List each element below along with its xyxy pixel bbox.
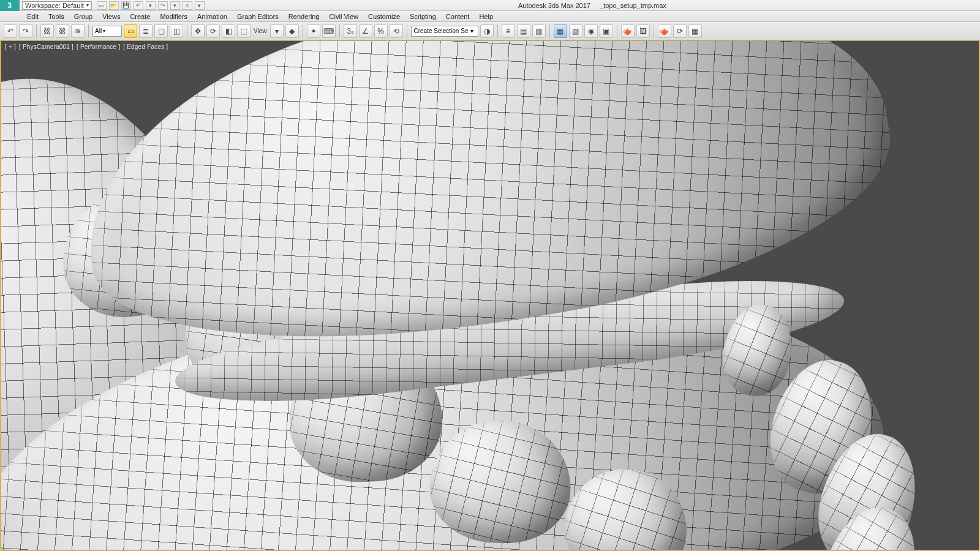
render-online-button[interactable]: ▦ (688, 24, 702, 38)
menu-scripting[interactable]: Scripting (405, 11, 441, 21)
link-button[interactable]: ⛓ (40, 24, 54, 38)
quick-access-toolbar: ▭ 📂 💾 ↶ ▾ ↷ ▾ ⎋ ▾ (97, 1, 205, 10)
separator (654, 24, 654, 38)
reference-coord-label: View (252, 28, 268, 34)
render-setup-button[interactable]: ▣ (600, 24, 613, 38)
angle-snap-button[interactable]: ∠ (359, 24, 372, 38)
render-production-button[interactable]: 🖼 (636, 24, 650, 38)
mirror-button[interactable]: ◑ (480, 24, 494, 38)
redo-button[interactable]: ↷ (19, 24, 32, 38)
layers-button[interactable]: ▤ (517, 24, 530, 38)
bind-spacewarp-button[interactable]: ≋ (71, 24, 85, 38)
separator (497, 24, 498, 38)
separator (339, 24, 340, 38)
align-button[interactable]: ≡ (502, 24, 515, 38)
menu-create[interactable]: Create (125, 11, 155, 21)
menu-group[interactable]: Group (69, 11, 98, 21)
redo-dropdown-icon[interactable]: ▾ (170, 1, 180, 10)
menu-modifiers[interactable]: Modifiers (155, 11, 192, 21)
window-crossing-button[interactable]: ◫ (170, 24, 183, 38)
menu-civil-view[interactable]: Civil View (325, 11, 363, 21)
pivot-button[interactable]: ◆ (285, 24, 299, 38)
viewport[interactable]: [ + ] [ PhysCamera001 ] [ Performance ] … (0, 40, 980, 551)
percent-snap-button[interactable]: % (374, 24, 388, 38)
spinner-snap-button[interactable]: ⟲ (390, 24, 403, 38)
workspace-selector[interactable]: Workspace: Default ▾ (22, 1, 92, 10)
title-bar: 3 Workspace: Default ▾ ▭ 📂 💾 ↶ ▾ ↷ ▾ ⎋ ▾… (0, 0, 980, 11)
menu-graph-editors[interactable]: Graph Editors (232, 11, 284, 21)
separator (187, 24, 187, 38)
undo-dropdown-icon[interactable]: ▾ (146, 1, 156, 10)
selection-filter[interactable]: All ▾ (92, 26, 122, 37)
menu-views[interactable]: Views (97, 11, 125, 21)
select-object-button[interactable]: ▭ (124, 24, 137, 38)
selection-set-value: Create Selection Se (414, 28, 469, 34)
undo-icon[interactable]: ↶ (134, 1, 143, 10)
save-icon[interactable]: 💾 (121, 1, 131, 10)
select-by-name-button[interactable]: ≣ (139, 24, 153, 38)
placement-button[interactable]: ⬚ (237, 24, 251, 38)
chevron-down-icon: ▾ (86, 2, 89, 8)
separator (88, 24, 89, 38)
separator (407, 24, 407, 38)
separator (303, 24, 303, 38)
separator (36, 24, 37, 38)
chevron-down-icon: ▾ (103, 28, 105, 34)
separator (549, 24, 550, 38)
scale-button[interactable]: ◧ (222, 24, 235, 38)
rotate-button[interactable]: ⟳ (206, 24, 220, 38)
app-name: Autodesk 3ds Max 2017 (518, 2, 590, 9)
keyboard-shortcut-button[interactable]: ⌨ (322, 24, 336, 38)
material-editor-button[interactable]: ◉ (584, 24, 598, 38)
menu-rendering[interactable]: Rendering (284, 11, 325, 21)
coord-dropdown-button[interactable]: ▾ (270, 24, 284, 38)
window-title: Autodesk 3ds Max 2017 _topo_setup_tmp.ma… (205, 2, 980, 9)
unlink-button[interactable]: ⛓̸ (56, 24, 69, 38)
menu-animation[interactable]: Animation (192, 11, 232, 21)
undo-button[interactable]: ↶ (4, 24, 17, 38)
toggle-ribbon-button[interactable]: ▦ (554, 24, 567, 38)
schematic-view-button[interactable]: ▧ (569, 24, 582, 38)
redo-icon[interactable]: ↷ (158, 1, 168, 10)
rect-region-button[interactable]: ▢ (154, 24, 168, 38)
menu-content[interactable]: Content (441, 11, 475, 21)
main-toolbar: ↶ ↷ ⛓ ⛓̸ ≋ All ▾ ▭ ≣ ▢ ◫ ✥ ⟳ ◧ ⬚ View ▾ … (0, 22, 980, 40)
menu-bar: Edit Tools Group Views Create Modifiers … (0, 11, 980, 22)
selection-set-combo[interactable]: Create Selection Se ▾ (411, 26, 478, 37)
file-name: _topo_setup_tmp.max (600, 2, 666, 9)
render-last-button[interactable]: ⟳ (673, 24, 687, 38)
render-frame-button[interactable]: 🫖 (621, 24, 635, 38)
curve-editor-button[interactable]: ▥ (532, 24, 546, 38)
separator (617, 24, 617, 38)
link-icon[interactable]: ⎋ (183, 1, 192, 10)
render-iterative-button[interactable]: 🫖 (658, 24, 671, 38)
menu-help[interactable]: Help (474, 11, 498, 21)
menu-edit[interactable]: Edit (22, 11, 43, 21)
move-button[interactable]: ✥ (191, 24, 205, 38)
chevron-down-icon: ▾ (470, 28, 473, 34)
qat-dropdown-icon[interactable]: ▾ (195, 1, 205, 10)
open-file-icon[interactable]: 📂 (109, 1, 119, 10)
filter-value: All (95, 28, 102, 34)
viewport-3d-scene (1, 41, 979, 550)
app-logo[interactable]: 3 (0, 0, 20, 11)
manipulate-button[interactable]: ✦ (307, 24, 320, 38)
workspace-label: Workspace: Default (25, 2, 84, 9)
snap-toggle-button[interactable]: 3ₛ (344, 24, 357, 38)
menu-customize[interactable]: Customize (363, 11, 405, 21)
new-file-icon[interactable]: ▭ (97, 1, 107, 10)
menu-tools[interactable]: Tools (43, 11, 69, 21)
